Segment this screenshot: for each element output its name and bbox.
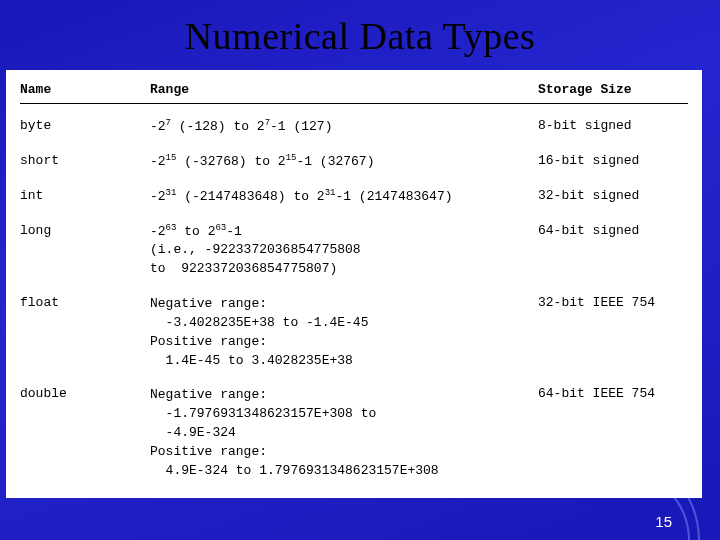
cell-size: 32-bit signed — [538, 188, 688, 203]
cell-name: int — [20, 188, 150, 203]
cell-name: float — [20, 295, 150, 310]
page-number: 15 — [655, 513, 672, 530]
cell-range: -27 (-128) to 27-1 (127) — [150, 118, 538, 137]
cell-size: 32-bit IEEE 754 — [538, 295, 688, 310]
table-row: short-215 (-32768) to 215-1 (32767)16-bi… — [20, 147, 688, 182]
cell-range: Negative range: -3.4028235E+38 to -1.4E-… — [150, 295, 538, 370]
col-header-size: Storage Size — [538, 82, 688, 97]
cell-size: 64-bit IEEE 754 — [538, 386, 688, 401]
data-types-table: Name Range Storage Size byte-27 (-128) t… — [6, 70, 702, 498]
table-row: byte-27 (-128) to 27-1 (127)8-bit signed — [20, 112, 688, 147]
cell-range: -263 to 263-1(i.e., -9223372036854775808… — [150, 223, 538, 280]
table-row: long-263 to 263-1(i.e., -922337203685477… — [20, 217, 688, 290]
table-row: floatNegative range: -3.4028235E+38 to -… — [20, 289, 688, 380]
cell-name: double — [20, 386, 150, 401]
cell-range: Negative range: -1.7976931348623157E+308… — [150, 386, 538, 480]
cell-range: -215 (-32768) to 215-1 (32767) — [150, 153, 538, 172]
table-row: int-231 (-2147483648) to 231-1 (21474836… — [20, 182, 688, 217]
cell-name: short — [20, 153, 150, 168]
slide-title: Numerical Data Types — [0, 0, 720, 70]
cell-name: byte — [20, 118, 150, 133]
col-header-name: Name — [20, 82, 150, 97]
col-header-range: Range — [150, 82, 538, 97]
cell-range: -231 (-2147483648) to 231-1 (2147483647) — [150, 188, 538, 207]
cell-size: 16-bit signed — [538, 153, 688, 168]
cell-size: 64-bit signed — [538, 223, 688, 238]
table-header-row: Name Range Storage Size — [20, 78, 688, 104]
cell-size: 8-bit signed — [538, 118, 688, 133]
cell-name: long — [20, 223, 150, 238]
table-row: doubleNegative range: -1.797693134862315… — [20, 380, 688, 490]
